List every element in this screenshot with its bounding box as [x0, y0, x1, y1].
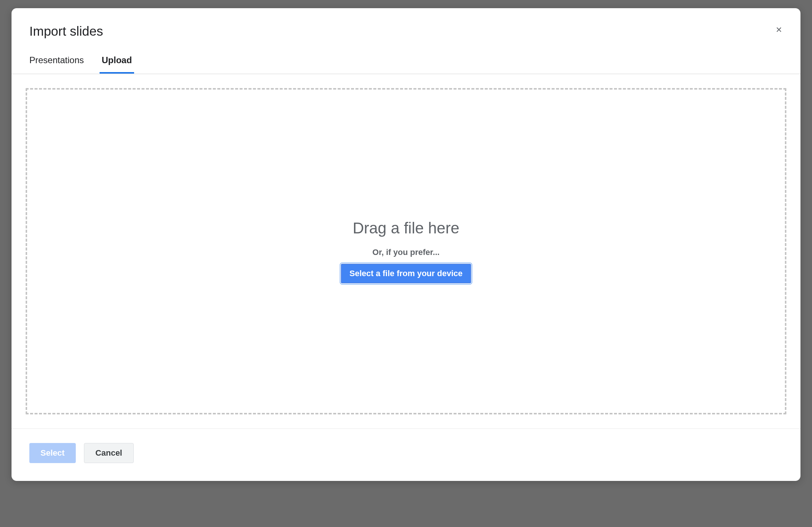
tab-upload[interactable]: Upload — [102, 55, 132, 74]
select-file-button[interactable]: Select a file from your device — [341, 264, 471, 283]
prefer-text: Or, if you prefer... — [373, 248, 440, 257]
modal-header: Import slides × — [12, 8, 800, 39]
close-icon: × — [776, 24, 782, 36]
modal-overlay: Import slides × Presentations Upload Dra… — [0, 0, 812, 527]
tabs: Presentations Upload — [12, 55, 800, 74]
drag-file-text: Drag a file here — [353, 219, 459, 237]
close-button[interactable]: × — [773, 24, 785, 36]
tab-presentations[interactable]: Presentations — [29, 55, 84, 74]
select-button[interactable]: Select — [29, 443, 76, 463]
modal-footer: Select Cancel — [12, 429, 800, 481]
cancel-button[interactable]: Cancel — [84, 443, 134, 463]
modal-title: Import slides — [29, 24, 783, 39]
import-slides-modal: Import slides × Presentations Upload Dra… — [12, 8, 800, 481]
modal-body: Drag a file here Or, if you prefer... Se… — [12, 74, 800, 429]
file-dropzone[interactable]: Drag a file here Or, if you prefer... Se… — [26, 88, 786, 414]
